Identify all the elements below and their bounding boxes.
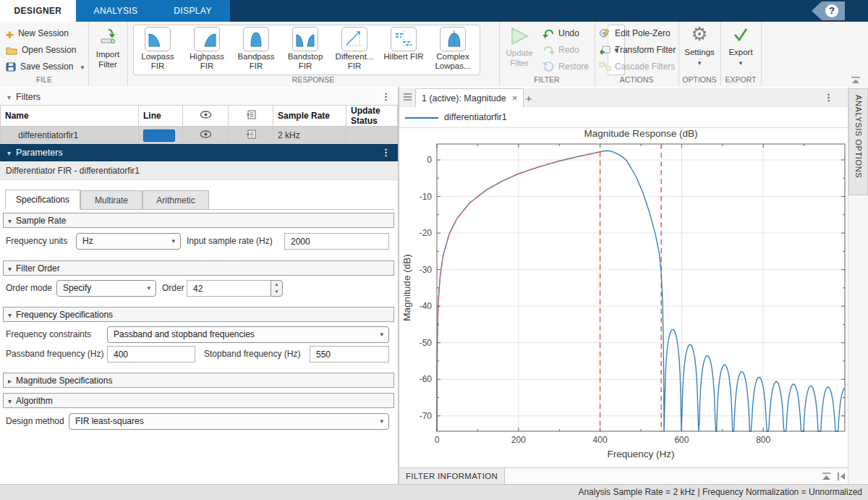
settings-button[interactable]: Settings (678, 48, 720, 56)
settings-gear-icon: ⚙ (678, 23, 720, 46)
legend-label[interactable]: differentiatorfir1 (444, 107, 507, 127)
table-row[interactable]: differentiatorfir1 2 kHz (1, 127, 398, 145)
restore-button[interactable]: Restore (542, 59, 589, 75)
open-session-button[interactable]: Open Session (6, 43, 76, 57)
ribbon-section-export: Export ▾ EXPORT (720, 22, 762, 86)
cascade-filters-icon (599, 61, 611, 72)
complex-lowpass-fir-button[interactable]: ComplexLowpas... (429, 27, 477, 73)
order-field[interactable] (187, 280, 271, 297)
filter-section-label: FILTER (499, 75, 595, 84)
dropdown-caret-icon: ▾ (171, 234, 175, 249)
close-tab-icon[interactable]: × (512, 93, 518, 103)
export-button[interactable]: Export (720, 48, 761, 56)
tab-analysis[interactable]: ANALYSIS (76, 0, 156, 22)
svg-text:-70: -70 (420, 411, 433, 421)
plot-menu-button[interactable]: ⋮ (824, 88, 833, 107)
magnitude-specs-collapse-icon: ▸ (8, 377, 12, 385)
complex-lowpass-icon (440, 27, 466, 51)
highpass-fir-button[interactable]: HighpassFIR (183, 27, 231, 73)
parameters-collapse-icon[interactable]: ▾ (7, 149, 11, 157)
collapse-ribbon-button[interactable] (849, 75, 862, 85)
save-session-button[interactable]: Save Session ▾ (6, 59, 84, 74)
new-session-button[interactable]: ✚New Session (6, 26, 69, 41)
section-sample-rate[interactable]: ▾Sample Rate (3, 213, 394, 228)
tab-specifications[interactable]: Specifications (5, 190, 80, 210)
drag-grip-icon[interactable] (404, 93, 412, 102)
stopband-frequency-field[interactable] (310, 346, 389, 363)
info-cell[interactable] (229, 127, 273, 145)
filters-table: Name Line Sample Rate Update Status diff… (0, 105, 398, 145)
order-mode-dropdown[interactable]: Specify▾ (56, 280, 156, 297)
frequency-constraints-dropdown[interactable]: Passband and stopband frequencies▾ (107, 326, 389, 343)
filters-collapse-icon[interactable]: ▾ (7, 93, 11, 101)
ribbon-section-response: LowpassFIR HighpassFIR BandpassFIR Bands… (127, 22, 500, 86)
tab-arithmetic[interactable]: Arithmetic (142, 190, 209, 210)
passband-frequency-field[interactable] (107, 346, 195, 363)
update-filter-button[interactable]: Update Filter (499, 48, 540, 68)
input-sample-rate-field[interactable] (284, 233, 389, 250)
frequency-units-label: Frequency units (6, 232, 67, 250)
parameters-panel-header[interactable]: ▾Parameters ⋮ (0, 144, 398, 161)
line-color-cell[interactable] (139, 127, 183, 145)
sample-rate-collapse-icon: ▾ (8, 217, 12, 225)
frequency-units-dropdown[interactable]: Hz▾ (76, 233, 181, 250)
algorithm-collapse-icon: ▾ (8, 397, 12, 405)
dropdown-caret-icon: ▾ (380, 414, 383, 429)
parameters-menu-button[interactable]: ⋮ (381, 144, 391, 161)
import-filter-button[interactable]: Import Filter (88, 49, 127, 69)
section-algorithm[interactable]: ▾Algorithm (3, 393, 394, 408)
svg-text:Magnitude (dB): Magnitude (dB) (401, 254, 412, 321)
plot-tab-bar: 1 (active): Magnitude× + ⋮ (399, 88, 848, 108)
col-update-status: Update Status (346, 106, 398, 127)
stepper-down-icon[interactable]: ▼ (271, 288, 282, 295)
differentiator-icon (341, 27, 367, 51)
collapse-panel-left-icon[interactable] (836, 472, 846, 481)
ribbon: ✚New Session Open Session Save Session ▾… (0, 22, 868, 88)
transform-filter-button[interactable]: Transform Filter (599, 43, 676, 58)
response-gallery: LowpassFIR HighpassFIR BandpassFIR Bands… (133, 25, 480, 75)
section-frequency-specs[interactable]: ▾Frequency Specifications (3, 307, 394, 322)
restore-icon (542, 61, 555, 72)
col-name: Name (1, 106, 139, 127)
analysis-options-tab[interactable]: ANALYSIS OPTIONS (848, 88, 868, 195)
transform-filter-icon (599, 44, 611, 55)
filters-menu-button[interactable]: ⋮ (381, 88, 391, 106)
visibility-cell[interactable] (183, 127, 229, 145)
hilbert-fir-button[interactable]: Hilbert FIR (380, 27, 427, 73)
edit-pole-zero-button[interactable]: Edit Pole-Zero (599, 26, 671, 41)
svg-text:-30: -30 (420, 265, 433, 275)
filter-information-tab[interactable]: FILTER INFORMATION (399, 468, 505, 485)
tab-designer[interactable]: DESIGNER (0, 0, 76, 22)
bandpass-fir-button[interactable]: BandpassFIR (232, 27, 280, 73)
design-method-dropdown[interactable]: FIR least-squares▾ (69, 413, 389, 430)
redo-icon (542, 44, 555, 55)
bandstop-fir-button[interactable]: BandstopFIR (281, 27, 329, 73)
save-caret-icon[interactable]: ▾ (81, 64, 85, 71)
save-floppy-icon (6, 62, 16, 72)
redo-button[interactable]: Redo (542, 43, 579, 58)
section-filter-order[interactable]: ▾Filter Order (3, 260, 394, 276)
cascade-filters-button[interactable]: Cascade Filters (599, 59, 675, 75)
add-plot-tab-button[interactable]: + (521, 91, 537, 106)
lowpass-fir-button[interactable]: LowpassFIR (134, 27, 182, 73)
differentiator-fir-button[interactable]: Different...FIR (331, 27, 378, 73)
export-caret-icon[interactable]: ▾ (720, 59, 761, 67)
filter-name-cell[interactable]: differentiatorfir1 (1, 127, 139, 145)
stepper-up-icon[interactable]: ▲ (271, 281, 282, 288)
settings-caret-icon[interactable]: ▾ (678, 59, 720, 67)
expand-info-panel-icon[interactable] (821, 472, 832, 481)
svg-text:-10: -10 (420, 192, 433, 202)
magnitude-response-chart[interactable]: 02004006008000-10-20-30-40-50-60-70Magni… (399, 127, 848, 467)
tab-display-options[interactable]: DISPLAY OPTIONS (156, 0, 230, 22)
svg-text:Frequency (Hz): Frequency (Hz) (607, 449, 674, 459)
plot-tab-magnitude[interactable]: 1 (active): Magnitude× (415, 88, 524, 108)
filters-panel-header[interactable]: ▾Filters ⋮ (0, 88, 398, 106)
section-magnitude-specs[interactable]: ▸Magnitude Specifications (3, 373, 394, 388)
help-button[interactable]: ? (812, 1, 845, 20)
svg-text:200: 200 (511, 435, 526, 445)
order-stepper[interactable]: ▲ ▼ (271, 280, 283, 297)
line-color-swatch[interactable] (143, 130, 175, 142)
undo-button[interactable]: Undo (542, 26, 579, 41)
tab-multirate[interactable]: Multirate (80, 190, 142, 210)
dropdown-caret-icon: ▾ (147, 281, 150, 296)
